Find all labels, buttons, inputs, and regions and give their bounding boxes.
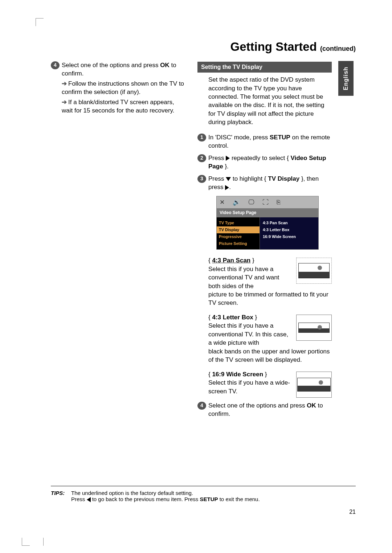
widescreen-thumb — [296, 372, 332, 398]
left-triangle-icon — [87, 497, 91, 502]
osd-tab-icons: ✕ 🔊 🖵 ⛶ ⎘ — [217, 196, 318, 208]
exit-icon: ⎘ — [277, 198, 280, 206]
option-title-letterbox: 4:3 Letter Box — [212, 314, 253, 321]
option-widescreen: { 16:9 Wide Screen } Select this if you … — [208, 370, 332, 396]
tips-line1: The underlined option is the factory def… — [71, 490, 260, 496]
right-triangle-icon — [226, 156, 230, 161]
right-triangle-icon — [225, 185, 229, 190]
video-icon: 🖵 — [248, 198, 254, 206]
step2-text: Press repeatedly to select { Video Setup… — [208, 154, 332, 171]
expand-icon: ⛶ — [262, 198, 269, 206]
title-continued: (continued) — [320, 45, 356, 52]
osd-item-tvtype: TV Type — [219, 220, 257, 226]
arrow-icon: ➔ — [62, 99, 67, 106]
tips-line2: Press to go back to the previous menu it… — [71, 496, 260, 502]
step3-text: Press to highlight { TV Display }, then … — [208, 175, 332, 192]
osd-options-list: 4:3 Pan Scan 4:3 Letter Box 16:9 Wide Sc… — [260, 217, 318, 250]
step4-sub2: ➔If a blank/distorted TV screen appears,… — [62, 98, 185, 115]
osd-page-title: Video Setup Page — [217, 208, 318, 217]
step-bullet-3: 3 — [197, 175, 206, 183]
language-tab: English — [338, 61, 354, 96]
option-title-panscan: 4:3 Pan Scan — [212, 257, 250, 264]
osd-menu-list: TV Type TV Display Progressive Picture S… — [217, 217, 260, 250]
page-title: Getting Started (continued) — [51, 40, 356, 54]
tips-footer: TIPS: The underlined option is the facto… — [51, 486, 356, 502]
option-letterbox: { 4:3 Letter Box } Select this if you ha… — [208, 313, 332, 364]
tips-label: TIPS: — [51, 490, 71, 502]
step-bullet-1: 1 — [197, 134, 206, 142]
osd-opt-widescreen: 16:9 Wide Screen — [263, 233, 315, 240]
option-panscan: { 4:3 Pan Scan } Select this if you have… — [208, 256, 332, 307]
right-column: English Setting the TV Display Set the a… — [197, 61, 332, 420]
step1-text: In 'DISC' mode, press SETUP on the remot… — [208, 133, 332, 150]
down-triangle-icon — [226, 177, 231, 181]
osd-item-picture: Picture Setting — [219, 240, 257, 247]
arrow-icon: ➔ — [62, 80, 67, 87]
title-main: Getting Started — [230, 40, 320, 53]
osd-opt-panscan: 4:3 Pan Scan — [263, 220, 315, 226]
step4-text: Select one of the options and press OK t… — [62, 61, 185, 78]
option-title-widescreen: 16:9 Wide Screen — [212, 371, 263, 378]
page-number: 21 — [349, 509, 356, 515]
tools-icon: ✕ — [220, 198, 225, 206]
section-heading: Setting the TV Display — [197, 62, 332, 73]
step4-sub1: ➔Follow the instructions shown on the TV… — [62, 79, 185, 97]
osd-screenshot: ✕ 🔊 🖵 ⛶ ⎘ Video Setup Page TV Type TV Di… — [216, 196, 319, 250]
letterbox-thumb — [296, 315, 332, 341]
osd-item-progressive: Progressive — [219, 233, 257, 240]
step-bullet-2: 2 — [197, 154, 206, 162]
osd-opt-letterbox: 4:3 Letter Box — [263, 226, 315, 233]
panscan-thumb — [296, 258, 332, 284]
left-column: 4 Select one of the options and press OK… — [51, 61, 185, 420]
osd-item-tvdisplay: TV Display — [217, 226, 260, 233]
step-bullet-4: 4 — [51, 61, 60, 69]
section-intro: Set the aspect ratio of the DVD system a… — [208, 75, 332, 127]
step4b-text: Select one of the options and press OK t… — [208, 401, 332, 418]
audio-icon: 🔊 — [233, 198, 240, 206]
step-bullet-4b: 4 — [197, 402, 206, 410]
